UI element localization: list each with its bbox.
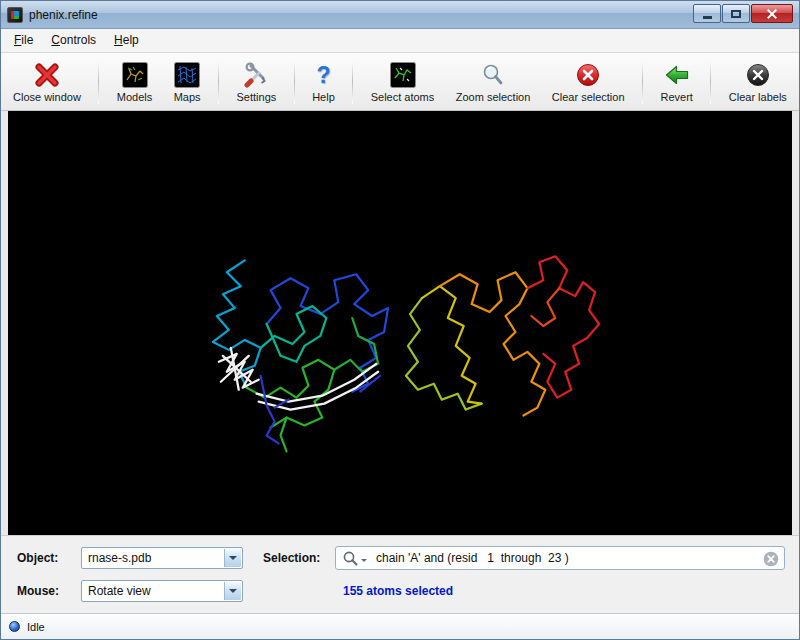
- clear-selection-icon: [575, 61, 601, 89]
- toolbar-button-models[interactable]: Models: [113, 58, 156, 106]
- menu-file[interactable]: File: [5, 29, 42, 52]
- molecule-viewport[interactable]: [8, 111, 792, 535]
- toolbar-separator: [218, 60, 219, 104]
- chevron-down-icon: [361, 559, 367, 565]
- toolbar-button-label: Select atoms: [371, 91, 435, 103]
- revert-icon: [664, 61, 690, 89]
- toolbar-button-label: Revert: [660, 91, 692, 103]
- toolbar-separator: [98, 60, 99, 104]
- title-bar[interactable]: phenix.refine: [1, 1, 799, 29]
- status-bar: Idle: [1, 613, 799, 639]
- toolbar-button-help[interactable]: ? Help: [308, 58, 339, 106]
- selection-searchbox[interactable]: [335, 546, 785, 570]
- clear-labels-icon: [745, 61, 771, 89]
- toolbar-button-select-atoms[interactable]: Select atoms: [367, 58, 439, 106]
- mouse-row: Mouse: Rotate view 155 atoms selected: [17, 579, 785, 603]
- maps-icon: [174, 61, 200, 89]
- maximize-button[interactable]: [722, 4, 750, 23]
- window-title: phenix.refine: [29, 8, 98, 22]
- select-atoms-icon: [390, 61, 416, 89]
- toolbar-button-label: Help: [312, 91, 335, 103]
- settings-icon: [243, 61, 269, 89]
- toolbar-button-clear-labels[interactable]: Clear labels: [725, 58, 791, 106]
- toolbar: Close window Models Maps: [1, 53, 799, 111]
- menu-help[interactable]: Help: [105, 29, 148, 52]
- chevron-down-icon[interactable]: [224, 549, 241, 567]
- close-icon: [766, 8, 778, 20]
- toolbar-separator: [642, 60, 643, 104]
- selection-label: Selection:: [263, 551, 335, 565]
- status-led-icon: [9, 621, 20, 632]
- help-icon: ?: [316, 62, 330, 88]
- toolbar-button-revert[interactable]: Revert: [656, 58, 696, 106]
- toolbar-button-label: Settings: [237, 91, 277, 103]
- object-row: Object: rnase-s.pdb Selection:: [17, 546, 785, 570]
- search-icon[interactable]: [342, 550, 367, 567]
- toolbar-separator: [710, 60, 711, 104]
- toolbar-button-zoom-selection[interactable]: Zoom selection: [452, 58, 535, 106]
- menu-controls[interactable]: Controls: [42, 29, 105, 52]
- viewport-frame: [1, 111, 799, 535]
- mouse-dropdown-value: Rotate view: [88, 584, 151, 598]
- toolbar-button-settings[interactable]: Settings: [233, 58, 281, 106]
- minimize-icon: [703, 16, 712, 19]
- control-panel: Object: rnase-s.pdb Selection:: [1, 535, 799, 613]
- atoms-selected-count: 155 atoms selected: [343, 584, 453, 598]
- molecule-render[interactable]: [8, 111, 792, 535]
- object-label: Object:: [17, 551, 81, 565]
- toolbar-separator: [352, 60, 353, 104]
- chevron-down-icon[interactable]: [224, 582, 241, 600]
- object-dropdown[interactable]: rnase-s.pdb: [81, 547, 243, 569]
- models-icon: [122, 61, 148, 89]
- toolbar-button-maps[interactable]: Maps: [170, 58, 205, 106]
- minimize-button[interactable]: [693, 4, 721, 23]
- toolbar-button-label: Clear labels: [729, 91, 787, 103]
- close-window-icon: [34, 61, 60, 89]
- menu-bar: File Controls Help: [1, 29, 799, 53]
- app-icon: [7, 7, 23, 23]
- status-text: Idle: [27, 621, 45, 633]
- toolbar-button-label: Maps: [174, 91, 201, 103]
- close-button[interactable]: [751, 4, 793, 23]
- clear-text-icon[interactable]: [763, 551, 779, 571]
- toolbar-button-label: Close window: [13, 91, 81, 103]
- toolbar-button-clear-selection[interactable]: Clear selection: [548, 58, 629, 106]
- toolbar-separator: [294, 60, 295, 104]
- toolbar-button-label: Zoom selection: [456, 91, 531, 103]
- zoom-selection-icon: [480, 61, 506, 89]
- toolbar-button-label: Clear selection: [552, 91, 625, 103]
- toolbar-button-label: Models: [117, 91, 152, 103]
- mouse-label: Mouse:: [17, 584, 81, 598]
- caption-buttons: [693, 4, 793, 23]
- object-dropdown-value: rnase-s.pdb: [88, 551, 151, 565]
- selection-input[interactable]: [376, 551, 756, 565]
- app-window: phenix.refine File Controls Help: [0, 0, 800, 640]
- maximize-icon: [731, 10, 741, 18]
- toolbar-button-close-window[interactable]: Close window: [9, 58, 85, 106]
- mouse-dropdown[interactable]: Rotate view: [81, 580, 243, 602]
